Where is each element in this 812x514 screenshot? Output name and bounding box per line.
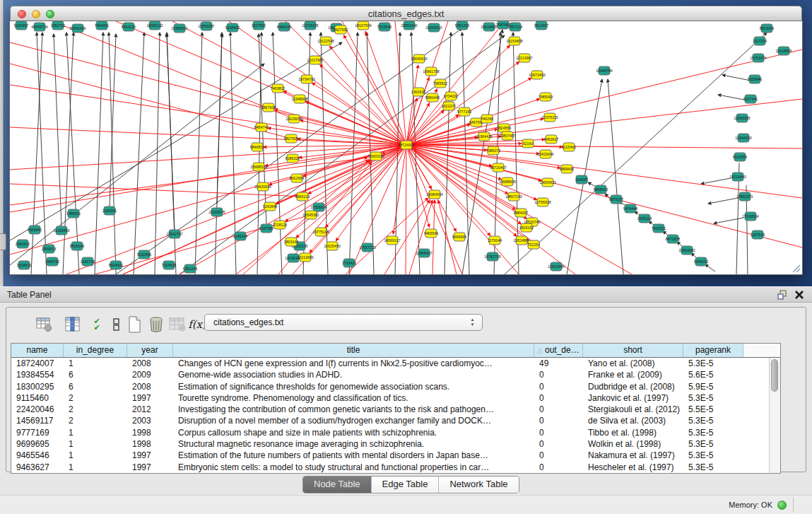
graph-node[interactable]: 164095 [575, 175, 588, 184]
vertical-scrollbar[interactable] [769, 358, 780, 473]
graph-node[interactable]: 3824554 [497, 124, 512, 132]
table-row[interactable]: 1456911722003Disruption of a novel membe… [11, 415, 770, 426]
graph-node[interactable]: 11548908 [291, 95, 307, 103]
network-canvas[interactable]: 9136467440557241952760326914067464061846… [10, 21, 802, 274]
graph-node[interactable]: 7955812 [433, 79, 448, 88]
graph-node[interactable]: 15720407 [490, 163, 507, 172]
graph-node[interactable]: 16545382 [302, 211, 319, 219]
graph-node[interactable]: 17016504 [742, 212, 759, 221]
graph-node[interactable]: 18107554 [355, 21, 372, 30]
graph-node[interactable]: 9899695 [560, 165, 575, 173]
graph-node[interactable]: 1170044 [488, 236, 502, 245]
column-header-short[interactable]: short [583, 344, 683, 357]
graph-node[interactable]: 19218506 [775, 47, 792, 55]
graph-node[interactable]: 17359924 [310, 203, 327, 211]
graph-node[interactable]: 8660123 [295, 192, 310, 201]
graph-node[interactable]: 62160 [522, 139, 534, 148]
graph-node[interactable]: 16640910 [411, 54, 428, 63]
graph-node[interactable]: 9846821 [250, 143, 265, 151]
graph-node[interactable]: 1733426 [342, 259, 357, 267]
column-header-out_de[interactable]: △out_de… [534, 344, 583, 357]
graph-node[interactable]: 16154808 [506, 37, 523, 45]
graph-node[interactable]: 1362615 [411, 88, 426, 96]
graph-node[interactable]: 1485051 [66, 209, 81, 218]
graph-node[interactable]: 6734022 [444, 92, 459, 100]
graph-node[interactable]: 16448784 [596, 66, 613, 75]
table-row[interactable]: 977716911998Corpus callosum shape and si… [11, 427, 770, 438]
graph-node[interactable]: 8471878 [666, 235, 681, 243]
graph-node[interactable]: 1167533 [751, 230, 765, 239]
graph-node[interactable]: 12923446 [548, 262, 565, 271]
graph-node[interactable]: 44055724 [31, 23, 48, 31]
table-row[interactable]: 1938455462009Genome-wide association stu… [11, 369, 770, 380]
graph-node[interactable]: 7464061 [95, 21, 110, 30]
new-column-button[interactable] [125, 315, 145, 334]
graph-node[interactable]: 8463120 [122, 23, 136, 31]
graph-node[interactable]: 16961758 [423, 67, 440, 76]
graph-node[interactable]: 6879197 [609, 195, 624, 204]
graph-node[interactable]: 2660510 [16, 240, 30, 248]
delete-column-button[interactable] [146, 315, 166, 334]
graph-node[interactable]: 12942757 [166, 230, 183, 238]
graph-node[interactable]: 1946752 [45, 257, 60, 266]
graph-node[interactable]: 9115460 [562, 143, 576, 151]
graph-node[interactable]: 8912954 [290, 174, 305, 182]
table-options-button[interactable] [35, 315, 54, 334]
graph-node[interactable]: 2087682 [496, 21, 511, 29]
graph-node[interactable]: 13122548 [317, 37, 334, 45]
graph-node[interactable]: 17957223 [359, 243, 376, 252]
graph-node[interactable]: 3915941 [28, 226, 42, 234]
graph-node[interactable]: 16210643 [729, 173, 746, 181]
close-panel-button[interactable] [794, 289, 805, 300]
graph-node[interactable]: 23420046 [254, 182, 271, 191]
column-header-year[interactable]: year [127, 344, 173, 357]
graph-node[interactable]: 9227341 [743, 95, 758, 103]
graph-node[interactable]: 1905513 [42, 245, 57, 253]
show-columns-button[interactable] [63, 315, 83, 334]
table-row[interactable]: 2242004622012Investigating the contribut… [11, 404, 770, 415]
panel-collapse-handle[interactable] [0, 233, 6, 250]
graph-node[interactable]: 16033809 [481, 23, 498, 31]
graph-node[interactable]: 19365021 [171, 24, 188, 33]
graph-node[interactable]: 12756928 [534, 198, 551, 206]
graph-node[interactable]: 1145194 [233, 232, 247, 240]
column-header-pagerank[interactable]: pagerank [683, 344, 743, 357]
resize-grip-icon[interactable] [791, 263, 801, 273]
float-panel-button[interactable] [777, 289, 788, 300]
tab-network-table[interactable]: Network Table [439, 477, 518, 493]
graph-node[interactable]: 18724007 [398, 141, 415, 149]
graph-node[interactable]: 8186328 [286, 154, 300, 163]
tab-node-table[interactable]: Node Table [303, 477, 372, 493]
window-titlebar[interactable]: citations_edges.txt [10, 6, 802, 21]
column-header-in_degree[interactable]: in_degree [64, 344, 127, 357]
tab-edge-table[interactable]: Edge Table [372, 477, 440, 493]
graph-node[interactable]: 9463627 [544, 135, 559, 144]
graph-node[interactable]: 16782759 [484, 252, 501, 261]
graph-node[interactable]: 7632621 [652, 224, 666, 233]
graph-node[interactable]: 9136467 [14, 21, 29, 30]
graph-node[interactable]: 12093335 [734, 114, 751, 122]
graph-node[interactable]: 12213967 [516, 54, 533, 62]
network-view-window[interactable]: citations_edges.txt 91364674405572419527… [10, 6, 802, 274]
graph-node[interactable]: 16055132 [146, 21, 163, 30]
graph-node[interactable]: 7224618 [162, 261, 177, 269]
graph-node[interactable]: 12444193 [735, 134, 752, 142]
graph-node[interactable]: 10025493 [324, 242, 341, 250]
graph-node[interactable]: 2165051 [102, 206, 117, 215]
graph-node[interactable]: 1117204 [753, 37, 767, 45]
graph-node[interactable]: 18300295 [367, 152, 384, 160]
graph-node[interactable]: 5051315 [455, 21, 470, 30]
table-row[interactable]: 969969511998Structural magnetic resonanc… [11, 438, 770, 450]
graph-node[interactable]: 9329946 [748, 75, 763, 83]
graph-node[interactable]: 9474444 [623, 204, 638, 213]
graph-node[interactable]: 6051243 [183, 264, 198, 273]
delete-table-button[interactable] [167, 315, 187, 334]
memory-indicator[interactable] [777, 501, 787, 510]
graph-node[interactable]: 10654082 [678, 246, 695, 255]
graph-node[interactable]: 7463822 [271, 84, 286, 93]
graph-node[interactable]: 8924501 [109, 261, 124, 269]
graph-node[interactable]: 14569117 [384, 236, 400, 245]
column-header-name[interactable]: name [11, 344, 64, 357]
graph-node[interactable]: 2718126 [273, 221, 288, 229]
graph-node[interactable]: 12213983 [297, 253, 314, 262]
